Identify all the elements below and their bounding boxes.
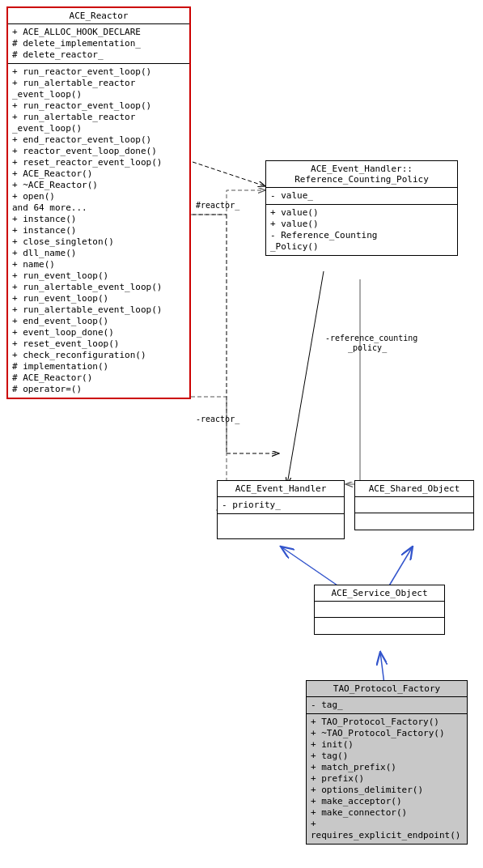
ace-shared-object-methods [355,513,473,530]
ace-shared-object-title: ACE_Shared_Object [355,481,473,497]
ace-event-handler-title: ACE_Event_Handler [218,481,344,497]
ace-event-handler-methods [218,514,344,538]
reactor-label: #reactor_ [196,201,239,210]
ace-event-handler-rcp-title: ACE_Event_Handler:: Reference_Counting_P… [266,161,457,188]
reactor-arrow-label: -reactor_ [196,415,239,423]
ace-service-object-methods [315,618,444,634]
ref-counting-label: -reference_counting [325,334,417,343]
ace-service-object-box: ACE_Service_Object [314,585,445,635]
svg-line-3 [193,162,265,186]
ace-reactor-section2: + run_reactor_event_loop() + run_alertab… [8,64,189,398]
tao-protocol-factory-title: TAO_Protocol_Factory [307,681,467,697]
ace-shared-object-attrs [355,497,473,513]
ace-reactor-box: ACE_Reactor + ACE_ALLOC_HOOK_DECLARE # d… [6,6,191,399]
ace-service-object-attrs [315,602,444,618]
ace-service-object-title: ACE_Service_Object [315,585,444,602]
tao-protocol-factory-attrs: - tag_ [307,697,467,714]
tao-protocol-factory-box: TAO_Protocol_Factory - tag_ + TAO_Protoc… [306,680,468,845]
ace-reactor-title: ACE_Reactor [8,8,189,24]
ace-shared-object-box: ACE_Shared_Object [354,480,474,530]
svg-line-4 [287,271,324,484]
ace-event-handler-box: ACE_Event_Handler - priority_ [217,480,345,539]
ref-counting-label2: _policy_ [348,343,387,352]
ace-event-handler-rcp-methods: + value() + value() - Reference_Counting… [266,205,457,255]
ace-event-handler-rcp-box: ACE_Event_Handler:: Reference_Counting_P… [265,160,458,256]
diagram-container: #reactor_ -reactor_ -reference_counting … [0,0,483,868]
ace-reactor-section1: + ACE_ALLOC_HOOK_DECLARE # delete_implem… [8,24,189,64]
tao-protocol-factory-methods: + TAO_Protocol_Factory() + ~TAO_Protocol… [307,714,467,844]
ace-event-handler-attrs: - priority_ [218,497,344,514]
ace-event-handler-rcp-attrs: - value_ [266,188,457,205]
